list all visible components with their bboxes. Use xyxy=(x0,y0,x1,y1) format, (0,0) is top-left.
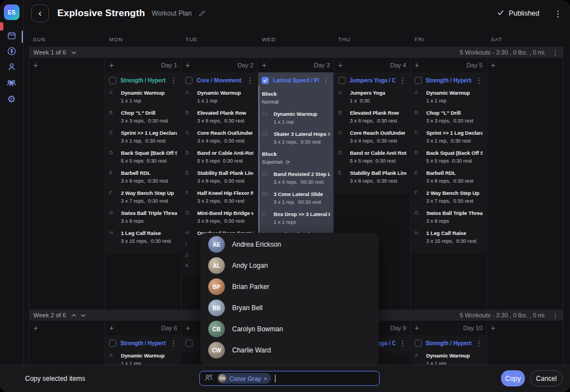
workout-title[interactable]: Strength / Hypertro... xyxy=(426,77,471,84)
exercise-row[interactable]: D Band or Cable Anti Rotati... 5 x 5 rep… xyxy=(338,149,406,165)
plan-menu-kebab-icon[interactable]: ⋮ xyxy=(554,9,562,18)
athlete-option[interactable]: AE Andrea Erickson xyxy=(200,234,379,255)
exercise-row[interactable]: C Core Reach Out/Under 3 x 4 reps, 0:30 … xyxy=(338,129,406,145)
workout-select-checkbox[interactable] xyxy=(109,77,116,84)
workout-menu-kebab-icon[interactable]: ⋮ xyxy=(170,340,177,347)
athlete-search-input[interactable]: CG Conor Gray × xyxy=(199,371,380,386)
sidebar-item-billing[interactable] xyxy=(0,45,23,60)
exercise-row[interactable]: F Half Kneel Hip Flexor Rais... 3 x 2 re… xyxy=(185,189,253,205)
edit-title-icon[interactable] xyxy=(198,9,206,17)
add-workout-plus-icon[interactable]: + xyxy=(109,61,114,69)
athlete-option[interactable]: BB Bryan Bell xyxy=(200,297,379,318)
sidebar-item-calendar[interactable] xyxy=(0,29,23,45)
expand-week-chevron-down-icon[interactable] xyxy=(80,313,86,318)
workout-select-checkbox[interactable] xyxy=(415,340,422,347)
day-name-header-row: SUNMONTUEWEDTHUFRISAT xyxy=(23,27,570,47)
workout-select-checkbox[interactable] xyxy=(338,77,346,84)
exercise-row[interactable]: G Swiss Ball Triple Threat 3 x 8 reps xyxy=(109,209,177,225)
exercise-row[interactable]: C Core Reach Out/Under 3 x 4 reps, 0:30 … xyxy=(185,129,253,145)
athlete-option[interactable]: BP Brian Parker xyxy=(200,276,379,297)
expand-week-chevron-down-icon[interactable] xyxy=(71,50,77,55)
back-button[interactable]: ‹ xyxy=(31,4,49,22)
exercise-row[interactable]: A Jumpers Yoga 1 x 0:30 xyxy=(338,89,406,105)
exercise-row[interactable]: D Band or Cable Anti-Rotati... 5 x 5 rep… xyxy=(185,149,253,165)
exercise-row[interactable]: A Dynamic Warmup 1 x 1 rep xyxy=(415,89,483,105)
athlete-option[interactable]: CW Charlie Ward xyxy=(200,340,379,361)
add-workout-plus-icon[interactable]: + xyxy=(185,324,190,332)
workout-select-checkbox[interactable] xyxy=(415,77,422,84)
workout-title[interactable]: Strength / Hypertro... xyxy=(426,340,471,346)
add-workout-plus-icon[interactable]: + xyxy=(415,61,419,69)
sidebar-item-settings[interactable]: ⚙ xyxy=(0,91,23,107)
workout-menu-kebab-icon[interactable]: ⋮ xyxy=(475,340,483,347)
sidebar-item-team[interactable] xyxy=(0,76,23,91)
add-workout-plus-icon[interactable]: + xyxy=(185,61,190,69)
workout-title[interactable]: Strength / Hypertro... xyxy=(120,77,166,84)
add-workout-plus-icon[interactable]: + xyxy=(33,61,38,69)
add-workout-plus-icon[interactable]: + xyxy=(491,61,495,69)
exercise-row[interactable]: A1 Dynamic Warmup 1 x 1 rep xyxy=(262,110,330,126)
workout-title[interactable]: Core / Movement Q... xyxy=(196,77,242,84)
athlete-option[interactable]: CB Carolyn Bowman xyxy=(200,318,379,340)
workout-title[interactable]: Strength / Hypertro... xyxy=(120,340,166,346)
athlete-option[interactable]: AL Andy Logan xyxy=(200,255,379,276)
exercise-row[interactable]: C Sprint >> 1 Leg Declarations 3 x 1 rep… xyxy=(109,129,177,145)
exercise-row[interactable]: B2 3 Cone Lateral Slide 3 x 1 rep, 00:30… xyxy=(262,190,330,206)
exercise-row[interactable]: B Chop “L” Drill 3 x 3 reps, 0:30 rest xyxy=(109,109,177,125)
exercise-row[interactable]: A Dynamic Warmup 1 x 1 rep xyxy=(109,89,177,105)
week-menu-kebab-icon[interactable]: ⋮ xyxy=(552,312,559,319)
exercise-row[interactable]: H 1 Leg Calf Raise 3 x 15 reps, 0:30 res… xyxy=(415,229,483,245)
workout-menu-kebab-icon[interactable]: ⋮ xyxy=(246,77,253,84)
add-workout-plus-icon[interactable]: + xyxy=(33,324,38,332)
day-column: + Day 5 Strength / Hypertro... ⋮ xyxy=(411,58,487,310)
exercise-row[interactable]: A2 Skater 3 Lateral Hops >> ... 3 x 2 re… xyxy=(262,130,330,146)
sidebar-item-athlete[interactable] xyxy=(0,60,23,76)
workout-menu-kebab-icon[interactable]: ⋮ xyxy=(399,77,406,84)
exercise-row[interactable]: B Elevated Plank Row 3 x 8 reps, 0:30 re… xyxy=(185,109,253,125)
workout-select-checkbox[interactable] xyxy=(262,77,269,84)
week-menu-kebab-icon[interactable]: ⋮ xyxy=(552,49,559,56)
add-workout-plus-icon[interactable]: + xyxy=(338,61,343,69)
workout-title[interactable]: Lateral Speed / Plyo xyxy=(273,77,318,84)
remove-chip-close-icon[interactable]: × xyxy=(264,375,267,382)
exercise-row[interactable]: B Elevated Plank Row 3 x 8 reps, 0:30 re… xyxy=(338,109,406,125)
add-workout-plus-icon[interactable]: + xyxy=(109,324,114,332)
workout-menu-kebab-icon[interactable]: ⋮ xyxy=(399,340,406,347)
exercise-row[interactable]: G Swiss Ball Triple Threat 3 x 8 reps xyxy=(415,209,483,225)
workout-select-checkbox[interactable] xyxy=(185,77,193,84)
exercise-row[interactable]: C Box Drop >> 3 Lateral H... 1 x 1 reps xyxy=(262,210,330,226)
published-status[interactable]: Published xyxy=(497,9,539,18)
exercise-row[interactable]: B Chop “L” Drill 3 x 3 reps, 0:30 rest xyxy=(415,109,483,125)
workout-select-checkbox[interactable] xyxy=(185,340,193,347)
cancel-button[interactable]: Cancel xyxy=(530,370,563,386)
exercise-row[interactable]: D Back Squat (Back Off Set) 5 x 5 reps 0… xyxy=(415,149,483,165)
exercise-row[interactable]: E Stability Ball Plank Linear ... 3 x 8 … xyxy=(185,169,253,185)
exercise-row[interactable]: C Sprint >> 1 Leg Declarations 3 x 1 rep… xyxy=(415,129,483,145)
exercise-text: 1 Leg Calf Raise 3 x 15 reps, 0:30 rest xyxy=(121,229,171,245)
exercise-row[interactable]: E Stability Ball Plank Linear ... 3 x 8 … xyxy=(338,169,406,185)
copy-button[interactable]: Copy xyxy=(501,370,525,386)
workout-menu-kebab-icon[interactable]: ⋮ xyxy=(323,77,330,84)
copy-footer-bar: Copy selected items CG Conor Gray × Copy… xyxy=(0,365,570,392)
exercise-row[interactable]: F 2 Way Bench Step Up 3 x 7 reps, 0:30 r… xyxy=(109,189,177,205)
exercise-row[interactable]: E Barbell RDL 3 x 8 reps, 0:30 rest xyxy=(109,169,177,185)
workout-menu-kebab-icon[interactable]: ⋮ xyxy=(170,77,177,84)
workout-menu-kebab-icon[interactable]: ⋮ xyxy=(475,77,483,84)
add-workout-plus-icon[interactable]: + xyxy=(491,324,495,332)
exercise-row[interactable]: D Back Squat (Back Off Set) 5 x 5 reps 0… xyxy=(109,149,177,165)
exercise-row[interactable]: A Dynamic Warmup 1 x 1 rep xyxy=(415,352,483,365)
workout-card: Jumpers Yoga / Core ⋮ ⟳ xyxy=(335,72,410,194)
exercise-row[interactable]: A Dynamic Warmup 1 x 1 rep xyxy=(185,89,253,105)
exercise-row[interactable]: G Mini-Band Hip Bridge w/ ... 3 x 8 reps… xyxy=(185,209,253,225)
add-workout-plus-icon[interactable]: + xyxy=(262,61,266,69)
workout-title[interactable]: Jumpers Yoga / Core xyxy=(350,77,395,84)
workout-select-checkbox[interactable] xyxy=(109,340,116,347)
exercise-row[interactable]: E Barbell RDL 3 x 8 reps, 0:30 rest xyxy=(415,169,483,185)
exercise-row[interactable]: H 1 Leg Calf Raise 3 x 15 reps, 0:30 res… xyxy=(109,229,177,245)
exercise-row[interactable]: F 2 Way Bench Step Up 3 x 7 reps, 0:30 r… xyxy=(415,189,483,205)
exercise-row[interactable]: A Dynamic Warmup 1 x 1 rep xyxy=(109,352,177,365)
app-logo[interactable]: ES xyxy=(4,4,19,20)
exercise-row[interactable]: B1 Band Resisted 2 Step Late... 3 x 4 re… xyxy=(262,170,330,186)
collapse-week-chevron-up-icon[interactable] xyxy=(71,313,77,318)
add-workout-plus-icon[interactable]: + xyxy=(415,324,419,332)
